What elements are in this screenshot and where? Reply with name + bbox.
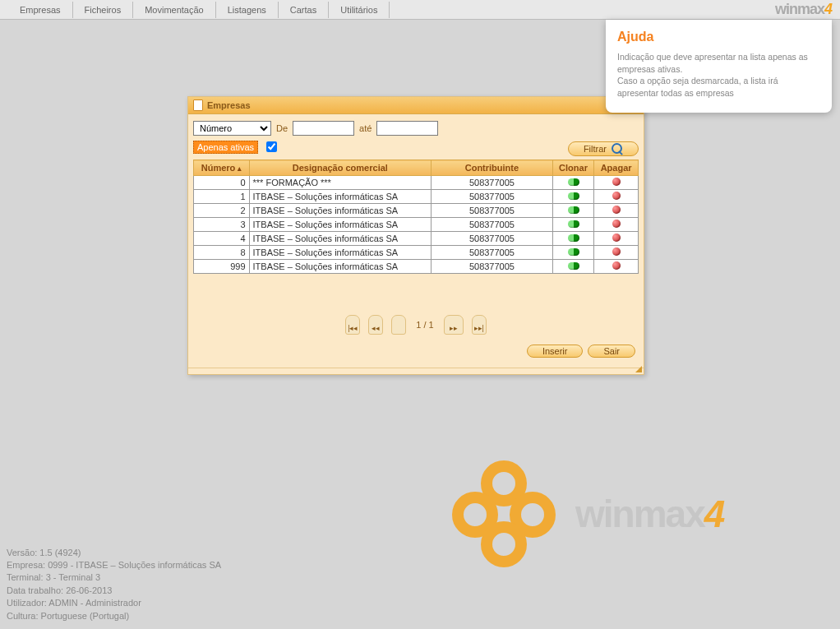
status-terminal: Terminal: 3 - Terminal 3 [7, 571, 221, 584]
cell-clonar[interactable] [552, 218, 593, 232]
cell-designacao: ITBASE – Soluções informáticas SA [249, 232, 432, 246]
delete-icon [612, 220, 621, 228]
menu-item-movimentação[interactable]: Movimentação [133, 2, 216, 18]
col-clonar[interactable]: Clonar [552, 160, 593, 176]
clone-icon [568, 220, 579, 228]
cell-designacao: ITBASE – Soluções informáticas SA [249, 204, 432, 218]
cell-numero: 3 [194, 218, 250, 232]
apenas-ativas-label: Apenas ativas [193, 141, 258, 154]
status-data: Data trabalho: 26-06-2013 [7, 585, 221, 597]
cell-clonar[interactable] [552, 204, 593, 218]
menu-item-empresas[interactable]: Empresas [8, 2, 73, 18]
pager-prev-button[interactable]: ◂◂ [368, 315, 383, 335]
sair-button[interactable]: Sair [588, 345, 635, 358]
brand-logo: winmax4 [775, 1, 832, 18]
cell-apagar[interactable] [594, 260, 639, 274]
status-empresa: Empresa: 0999 - ITBASE – Soluções inform… [7, 559, 221, 571]
table-row[interactable]: 3ITBASE – Soluções informáticas SA508377… [194, 218, 639, 232]
status-versao: Versão: 1.5 (4924) [7, 547, 221, 559]
cell-contribuinte: 508377005 [432, 218, 553, 232]
clone-icon [568, 248, 579, 256]
rings-icon [444, 460, 567, 567]
cell-designacao: ITBASE – Soluções informáticas SA [249, 190, 432, 204]
cell-apagar[interactable] [594, 246, 639, 260]
pager-page-info: 1 / 1 [414, 320, 435, 330]
empresas-table: Número Designação comercial Contribuinte… [193, 160, 639, 274]
cell-designacao: *** FORMAÇÃO *** [249, 176, 432, 190]
menu-item-ficheiros[interactable]: Ficheiros [73, 2, 134, 18]
top-menu-bar: EmpresasFicheirosMovimentaçãoListagensCa… [0, 0, 840, 20]
cell-apagar[interactable] [594, 176, 639, 190]
status-cultura: Cultura: Portuguese (Portugal) [7, 610, 221, 622]
pager-last-button[interactable]: ▸▸| [472, 315, 487, 335]
cell-designacao: ITBASE – Soluções informáticas SA [249, 260, 432, 274]
cell-contribuinte: 508377005 [432, 246, 553, 260]
table-row[interactable]: 999ITBASE – Soluções informáticas SA5083… [194, 260, 639, 274]
col-contribuinte[interactable]: Contribuinte [432, 160, 553, 176]
pager: |◂◂ ◂◂ 1 / 1 ▸▸ ▸▸| [193, 315, 639, 335]
delete-icon [612, 192, 621, 200]
col-numero[interactable]: Número [194, 160, 250, 176]
help-title: Ajuda [617, 30, 820, 44]
cell-contribuinte: 508377005 [432, 190, 553, 204]
range-to-input[interactable] [376, 121, 438, 136]
cell-numero: 1 [194, 190, 250, 204]
clone-icon [568, 262, 579, 270]
filter-field-select[interactable]: Número [193, 121, 271, 136]
window-title: Empresas [207, 100, 251, 110]
empresas-window: Empresas Número De até Apenas ativas Fil… [187, 96, 644, 375]
cell-contribuinte: 508377005 [432, 260, 553, 274]
cell-clonar[interactable] [552, 232, 593, 246]
delete-icon [612, 206, 621, 214]
table-row[interactable]: 4ITBASE – Soluções informáticas SA508377… [194, 232, 639, 246]
cell-apagar[interactable] [594, 218, 639, 232]
status-footer: Versão: 1.5 (4924) Empresa: 0999 - ITBAS… [7, 547, 221, 622]
cell-numero: 4 [194, 232, 250, 246]
help-body: Indicação que deve apresentar na lista a… [617, 51, 820, 99]
cell-apagar[interactable] [594, 232, 639, 246]
inserir-button[interactable]: Inserir [527, 345, 584, 358]
pager-current-icon [391, 315, 406, 335]
col-apagar[interactable]: Apagar [594, 160, 639, 176]
search-icon [612, 143, 623, 155]
cell-numero: 8 [194, 246, 250, 260]
col-designacao[interactable]: Designação comercial [249, 160, 432, 176]
cell-apagar[interactable] [594, 190, 639, 204]
cell-numero: 999 [194, 260, 250, 274]
menu-item-cartas[interactable]: Cartas [279, 2, 329, 18]
delete-icon [612, 234, 621, 242]
cell-clonar[interactable] [552, 176, 593, 190]
cell-clonar[interactable] [552, 246, 593, 260]
clone-icon [568, 178, 579, 186]
apenas-ativas-checkbox[interactable] [266, 141, 277, 152]
table-row[interactable]: 2ITBASE – Soluções informáticas SA508377… [194, 204, 639, 218]
delete-icon [612, 261, 621, 270]
label-ate: até [359, 123, 372, 133]
cell-contribuinte: 508377005 [432, 176, 553, 190]
cell-clonar[interactable] [552, 260, 593, 274]
cell-apagar[interactable] [594, 204, 639, 218]
cell-designacao: ITBASE – Soluções informáticas SA [249, 218, 432, 232]
document-icon [193, 99, 203, 111]
cell-contribuinte: 508377005 [432, 204, 553, 218]
range-from-input[interactable] [293, 121, 354, 136]
window-titlebar: Empresas [188, 97, 644, 114]
pager-next-button[interactable]: ▸▸ [444, 315, 464, 335]
filtrar-button[interactable]: Filtrar [568, 141, 639, 156]
cell-clonar[interactable] [552, 190, 593, 204]
cell-numero: 2 [194, 204, 250, 218]
delete-icon [612, 178, 621, 186]
clone-icon [568, 192, 579, 200]
status-utilizador: Utilizador: ADMIN - Administrador [7, 597, 221, 609]
menu-item-listagens[interactable]: Listagens [216, 2, 279, 18]
menu-item-utilitários[interactable]: Utilitários [329, 2, 390, 18]
help-tooltip: Ajuda Indicação que deve apresentar na l… [606, 20, 832, 113]
table-row[interactable]: 0*** FORMAÇÃO ***508377005 [194, 176, 639, 190]
pager-first-button[interactable]: |◂◂ [345, 315, 360, 335]
table-row[interactable]: 1ITBASE – Soluções informáticas SA508377… [194, 190, 639, 204]
clone-icon [568, 234, 579, 242]
label-de: De [276, 123, 288, 133]
window-resize-handle[interactable] [188, 368, 644, 374]
cell-numero: 0 [194, 176, 250, 190]
table-row[interactable]: 8ITBASE – Soluções informáticas SA508377… [194, 246, 639, 260]
